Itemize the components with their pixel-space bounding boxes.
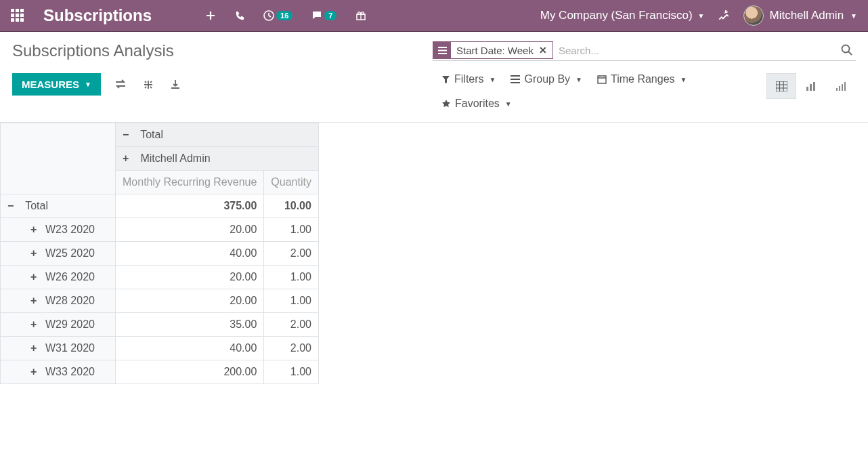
funnel-icon bbox=[441, 75, 450, 84]
cell: 2.00 bbox=[264, 337, 319, 360]
col-total-label: Total bbox=[140, 129, 163, 140]
calendar-icon bbox=[597, 75, 607, 84]
row-label: W33 2020 bbox=[45, 366, 95, 377]
caret-down-icon: ▼ bbox=[490, 76, 496, 83]
cell: 1.00 bbox=[264, 360, 319, 384]
timeranges-menu[interactable]: Time Ranges ▼ bbox=[597, 73, 687, 85]
cell: 200.00 bbox=[116, 360, 264, 384]
plus-icon: + bbox=[30, 271, 40, 283]
page-title: Subscriptions Analysis bbox=[12, 41, 174, 60]
row-label: W23 2020 bbox=[45, 224, 95, 235]
cohort-view-button[interactable] bbox=[826, 73, 856, 99]
user-name: Mitchell Admin bbox=[769, 9, 844, 22]
plus-icon: + bbox=[30, 318, 40, 331]
search-icon[interactable] bbox=[838, 44, 856, 56]
debug-icon[interactable] bbox=[718, 9, 730, 22]
cell-total-qty: 10.00 bbox=[264, 194, 319, 218]
search-box: Start Date: Week ✕ bbox=[433, 41, 856, 61]
row-header[interactable]: +W29 2020 bbox=[1, 313, 116, 337]
apps-menu-icon[interactable] bbox=[11, 9, 24, 22]
row-total-label: Total bbox=[25, 200, 48, 211]
plus-icon: + bbox=[30, 366, 40, 378]
caret-down-icon: ▼ bbox=[85, 81, 91, 88]
flip-axis-icon[interactable] bbox=[114, 79, 127, 90]
expand-all-icon[interactable] bbox=[143, 79, 154, 90]
cell: 40.00 bbox=[116, 242, 264, 266]
row-header[interactable]: +W23 2020 bbox=[1, 218, 116, 242]
cell: 20.00 bbox=[116, 289, 264, 313]
favorites-menu[interactable]: Favorites ▼ bbox=[441, 98, 512, 110]
row-label: W31 2020 bbox=[45, 342, 95, 354]
caret-down-icon: ▼ bbox=[576, 76, 582, 83]
measure-header-qty[interactable]: Quantity bbox=[264, 171, 319, 194]
search-facet[interactable]: Start Date: Week ✕ bbox=[433, 41, 553, 59]
svg-rect-9 bbox=[839, 86, 840, 91]
row-header[interactable]: +W31 2020 bbox=[1, 337, 116, 360]
pivot-table: − Total + Mitchell Admin Monthly Recurri… bbox=[0, 123, 319, 384]
user-menu[interactable]: Mitchell Admin ▼ bbox=[743, 5, 857, 26]
row-header[interactable]: +W33 2020 bbox=[1, 360, 116, 384]
row-label: W26 2020 bbox=[45, 271, 95, 283]
caret-down-icon: ▼ bbox=[850, 12, 857, 20]
user-avatar bbox=[743, 5, 764, 26]
cell: 20.00 bbox=[116, 266, 264, 289]
timeranges-label: Time Ranges bbox=[611, 73, 675, 85]
activities-icon[interactable]: 16 bbox=[263, 10, 292, 21]
svg-rect-7 bbox=[813, 82, 815, 91]
graph-view-button[interactable] bbox=[796, 73, 826, 99]
phone-icon[interactable] bbox=[234, 11, 244, 21]
list-icon bbox=[433, 42, 451, 58]
row-header-total[interactable]: − Total bbox=[1, 194, 116, 218]
svg-rect-11 bbox=[844, 82, 846, 91]
caret-down-icon: ▼ bbox=[680, 76, 687, 83]
row-header[interactable]: +W28 2020 bbox=[1, 289, 116, 313]
pivot-view-button[interactable] bbox=[766, 73, 796, 99]
company-selector[interactable]: My Company (San Francisco) ▼ bbox=[540, 9, 705, 22]
filters-menu[interactable]: Filters ▼ bbox=[441, 73, 496, 85]
caret-down-icon: ▼ bbox=[505, 100, 512, 108]
measures-button[interactable]: MEASURES ▼ bbox=[12, 73, 101, 96]
pivot-corner bbox=[1, 123, 116, 194]
favorites-label: Favorites bbox=[455, 98, 500, 110]
list-icon bbox=[511, 75, 520, 83]
cell: 2.00 bbox=[264, 313, 319, 337]
minus-icon: − bbox=[7, 200, 17, 212]
groupby-label: Group By bbox=[524, 73, 570, 85]
cell: 20.00 bbox=[116, 218, 264, 242]
new-record-icon[interactable] bbox=[206, 11, 215, 20]
groupby-menu[interactable]: Group By ▼ bbox=[511, 73, 582, 85]
svg-rect-8 bbox=[836, 88, 838, 91]
plus-icon: + bbox=[30, 342, 40, 354]
row-label: W25 2020 bbox=[45, 247, 95, 259]
caret-down-icon: ▼ bbox=[698, 12, 705, 20]
col-group-label: Mitchell Admin bbox=[140, 152, 210, 164]
cell-total-mrr: 375.00 bbox=[116, 194, 264, 218]
search-input[interactable] bbox=[553, 42, 838, 59]
col-header-group[interactable]: + Mitchell Admin bbox=[116, 147, 319, 171]
activities-badge: 16 bbox=[276, 11, 292, 20]
plus-icon: + bbox=[30, 295, 40, 307]
gift-icon[interactable] bbox=[355, 10, 366, 21]
messages-badge: 7 bbox=[324, 11, 337, 20]
row-label: W28 2020 bbox=[45, 295, 95, 306]
measures-label: MEASURES bbox=[22, 79, 79, 90]
svg-rect-3 bbox=[598, 76, 606, 83]
col-header-total[interactable]: − Total bbox=[116, 123, 319, 147]
download-xlsx-icon[interactable] bbox=[170, 79, 181, 90]
filters-label: Filters bbox=[454, 73, 484, 85]
row-header[interactable]: +W25 2020 bbox=[1, 242, 116, 266]
svg-point-2 bbox=[842, 45, 850, 53]
messages-icon[interactable]: 7 bbox=[311, 10, 337, 21]
row-header[interactable]: +W26 2020 bbox=[1, 266, 116, 289]
svg-rect-4 bbox=[776, 81, 787, 91]
plus-icon: + bbox=[123, 152, 132, 165]
plus-icon: + bbox=[30, 247, 40, 259]
measure-header-mrr[interactable]: Monthly Recurring Revenue bbox=[116, 171, 264, 194]
cell: 35.00 bbox=[116, 313, 264, 337]
control-panel: Subscriptions Analysis Start Date: Week … bbox=[0, 32, 868, 117]
facet-remove[interactable]: ✕ bbox=[539, 45, 552, 56]
cell: 40.00 bbox=[116, 337, 264, 360]
app-brand[interactable]: Subscriptions bbox=[43, 6, 152, 25]
star-icon bbox=[441, 99, 451, 108]
svg-rect-10 bbox=[842, 84, 843, 91]
